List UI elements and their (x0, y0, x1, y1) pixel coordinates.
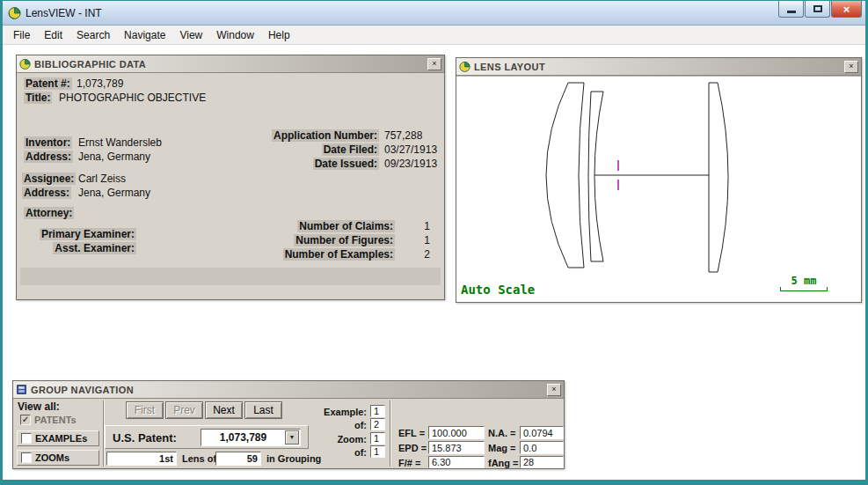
lens-layout-content: Auto Scale 5 mm (456, 76, 861, 302)
title-bar[interactable]: LensVIEW - INT × (3, 1, 865, 26)
window-title: LensVIEW - INT (26, 7, 102, 19)
patent-number-label: Patent #: (24, 77, 72, 90)
menu-edit[interactable]: Edit (37, 26, 69, 44)
inventor-value: Ernst Wandersleb (78, 136, 162, 149)
primary-examiner-label: Primary Examiner: (40, 228, 136, 240)
example-label: Example: (303, 407, 367, 417)
zooms-checkbox-label: ZOOMs (35, 452, 69, 463)
scale-value-label: 5 mm (780, 275, 828, 287)
zoom-of-field[interactable]: 1 (370, 445, 385, 458)
application-number-label: Application Number: (272, 129, 379, 142)
lens-of-label: Lens of (182, 453, 216, 464)
app-icon (8, 6, 21, 19)
patents-checkbox-label: PATENTs (34, 415, 77, 425)
mdi-area: BIBLIOGRAPHIC DATA × Patent #: 1,073,789… (3, 45, 865, 480)
bibliographic-data-content: Patent #: 1,073,789 Title: PHOTOGRAPHIC … (17, 73, 444, 299)
mag-label: Mag = (488, 443, 515, 453)
biblio-window-title: BIBLIOGRAPHIC DATA (34, 59, 146, 70)
patent-number-combobox[interactable]: 1,073,789 ▼ (201, 429, 301, 446)
window-icon (16, 384, 27, 395)
patent-title-value: PHOTOGRAPHIC OBJECTIVE (59, 92, 206, 104)
fang-value: 28 (523, 457, 534, 467)
checkbox-zooms[interactable]: ZOOMs (17, 450, 99, 466)
menu-bar: File Edit Search Navigate View Window He… (3, 26, 865, 45)
date-issued-value: 09/23/1913 (384, 158, 437, 170)
close-icon[interactable]: × (844, 61, 858, 73)
date-filed-label: Date Filed: (322, 143, 379, 156)
zooms-checkbox-icon (21, 452, 32, 463)
vertical-divider (390, 400, 391, 467)
patent-title-label: Title: (24, 92, 52, 104)
checkbox-examples[interactable]: EXAMPLEs (17, 430, 99, 446)
mag-value: 0.0 (523, 443, 536, 453)
scale-widget: 5 mm (780, 275, 828, 291)
menu-help[interactable]: Help (261, 26, 297, 44)
maximize-button[interactable] (805, 1, 830, 18)
inventor-address-value: Jena, Germany (78, 151, 150, 163)
lens-element-1 (546, 83, 584, 268)
next-button[interactable]: Next (205, 401, 243, 419)
scale-bar-icon (780, 287, 828, 291)
zoom-field[interactable]: 1 (370, 432, 385, 445)
first-button[interactable]: First (126, 401, 164, 419)
application-window: LensVIEW - INT × File Edit Search Naviga… (0, 0, 868, 485)
example-value: 1 (374, 406, 379, 416)
efl-label: EFL = (398, 428, 425, 438)
na-value: 0.0794 (523, 428, 553, 438)
menu-navigate[interactable]: Navigate (117, 26, 172, 44)
lens-layout-window: LENS LAYOUT × Auto Scale (456, 57, 862, 303)
example-field[interactable]: 1 (370, 405, 385, 417)
inventor-label: Inventor: (24, 136, 72, 149)
menu-search[interactable]: Search (69, 26, 117, 44)
menu-file[interactable]: File (6, 26, 37, 44)
lens-diagram (456, 77, 859, 301)
fnum-field[interactable]: 6.30 (428, 456, 485, 468)
menu-view[interactable]: View (172, 26, 209, 44)
assignee-address-value: Jena, Germany (78, 187, 150, 199)
menu-window[interactable]: Window (209, 26, 261, 44)
claims-value: 1 (424, 220, 430, 232)
figures-label: Number of Figures: (294, 234, 395, 246)
patents-checkbox-icon: ✓ (20, 415, 31, 425)
biblio-footer-strip (20, 268, 441, 285)
maximize-icon (813, 5, 822, 12)
fang-label: fAng = (488, 458, 519, 468)
assignee-address-label: Address: (22, 187, 71, 199)
lens-layout-titlebar[interactable]: LENS LAYOUT × (456, 58, 861, 76)
patent-number-value: 1,073,789 (77, 77, 123, 90)
lens-layout-window-title: LENS LAYOUT (474, 62, 545, 72)
bibliographic-data-window: BIBLIOGRAPHIC DATA × Patent #: 1,073,789… (16, 55, 445, 300)
window-icon (19, 58, 31, 70)
close-icon[interactable]: × (547, 384, 561, 396)
example-of-field[interactable]: 2 (370, 418, 385, 430)
patent-number-selected-value: 1,073,789 (201, 431, 285, 444)
bibliographic-data-titlebar[interactable]: BIBLIOGRAPHIC DATA × (17, 55, 444, 73)
zoom-label: Zoom: (303, 434, 367, 445)
claims-label: Number of Claims: (297, 220, 395, 232)
lens-count-field[interactable]: 59 (215, 452, 261, 466)
chevron-down-icon[interactable]: ▼ (285, 430, 299, 445)
mag-field[interactable]: 0.0 (520, 441, 564, 454)
example-of-label: of: (303, 420, 367, 430)
epd-field[interactable]: 15.873 (428, 441, 485, 454)
prev-button[interactable]: Prev (165, 401, 203, 419)
lens-position-field[interactable]: 1st (106, 452, 177, 466)
zoom-of-value: 1 (374, 446, 379, 457)
minimize-button[interactable] (778, 1, 804, 18)
lens-count-value: 59 (247, 453, 258, 464)
fang-field[interactable]: 28 (520, 456, 564, 468)
close-icon[interactable]: × (427, 58, 441, 70)
us-patent-label: U.S. Patent: (113, 431, 177, 445)
close-button[interactable]: × (831, 1, 862, 18)
group-navigation-titlebar[interactable]: GROUP NAVIGATION × (13, 381, 564, 399)
assignee-label: Assignee: (22, 173, 76, 185)
checkbox-patents[interactable]: ✓ PATENTs (20, 415, 77, 425)
na-field[interactable]: 0.0794 (520, 426, 564, 439)
lens-element-2 (588, 92, 603, 261)
window-controls: × (777, 1, 862, 18)
fnum-value: 6.30 (432, 457, 450, 467)
efl-field[interactable]: 100.000 (428, 426, 485, 439)
last-button[interactable]: Last (244, 401, 282, 419)
date-issued-label: Date Issued: (313, 158, 379, 170)
auto-scale-label: Auto Scale (461, 283, 535, 297)
